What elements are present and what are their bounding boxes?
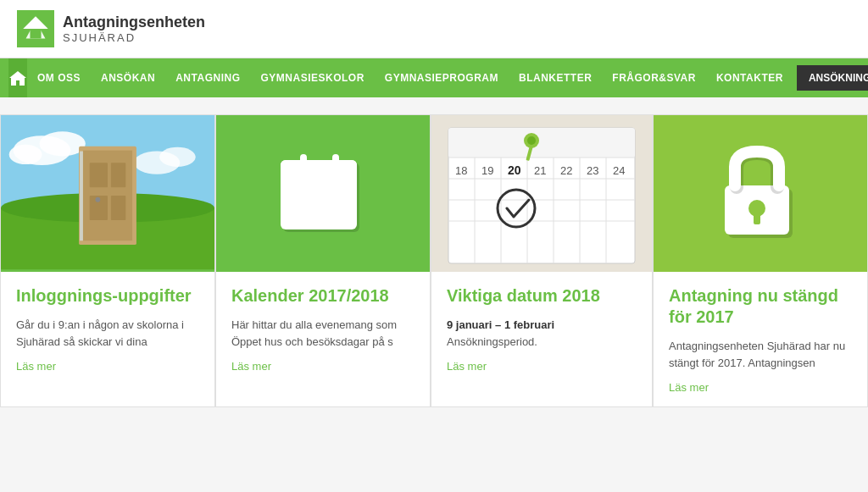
logo: Antagningsenheten SJUHÄRAD bbox=[17, 10, 205, 47]
card-image-kalender bbox=[216, 115, 430, 272]
nav-item-antagning[interactable]: ANTAGNING bbox=[165, 58, 250, 97]
svg-rect-22 bbox=[80, 152, 83, 241]
svg-rect-27 bbox=[300, 154, 307, 168]
svg-rect-17 bbox=[90, 163, 108, 187]
svg-rect-29 bbox=[290, 188, 300, 198]
svg-text:19: 19 bbox=[481, 164, 493, 177]
card-body-inloggning: Inloggnings-uppgifter Går du i 9:an i nå… bbox=[1, 272, 214, 385]
svg-point-21 bbox=[95, 197, 100, 202]
nav-item-blanketter[interactable]: BLANKETTER bbox=[509, 58, 602, 97]
svg-rect-19 bbox=[111, 163, 125, 187]
svg-rect-35 bbox=[320, 203, 331, 213]
card-link-kalender[interactable]: Läs mer bbox=[231, 360, 271, 373]
card-kalender: Kalender 2017/2018 Här hittar du alla ev… bbox=[215, 114, 431, 407]
card-text-inloggning: Går du i 9:an i någon av skolorna i Sjuh… bbox=[16, 317, 199, 350]
card-subtext: Ansökningsperiod. bbox=[447, 335, 537, 348]
svg-rect-39 bbox=[320, 218, 331, 225]
svg-rect-31 bbox=[320, 188, 331, 198]
section-gap bbox=[0, 97, 868, 114]
svg-marker-4 bbox=[9, 71, 26, 86]
svg-rect-20 bbox=[111, 196, 125, 220]
card-text-antagning-stangd: Antagningsenheten Sjuhärad har nu stängt… bbox=[669, 338, 852, 371]
card-image-inloggning bbox=[1, 115, 214, 272]
nav-item-fragor-svar[interactable]: FRÅGOR&SVAR bbox=[602, 58, 706, 97]
navbar: OM OSS ANSÖKAN ANTAGNING GYMNASIESKOLOR … bbox=[0, 58, 868, 97]
card-text-viktiga-datum: 9 januari – 1 februari Ansökningsperiod. bbox=[447, 317, 637, 350]
svg-text:21: 21 bbox=[534, 164, 546, 177]
svg-text:23: 23 bbox=[587, 164, 598, 177]
card-body-kalender: Kalender 2017/2018 Här hittar du alla ev… bbox=[216, 272, 430, 385]
card-image-antagning-stangd bbox=[654, 115, 867, 272]
svg-rect-38 bbox=[305, 218, 315, 225]
card-title-antagning-stangd: Antagning nu stängd för 2017 bbox=[669, 285, 852, 328]
logo-subtitle: SJUHÄRAD bbox=[63, 31, 205, 44]
card-link-antagning-stangd[interactable]: Läs mer bbox=[669, 381, 709, 394]
home-button[interactable] bbox=[8, 58, 27, 97]
svg-text:24: 24 bbox=[613, 164, 625, 177]
logo-icon bbox=[17, 10, 54, 47]
card-title-kalender: Kalender 2017/2018 bbox=[231, 285, 415, 307]
svg-text:22: 22 bbox=[560, 164, 572, 177]
svg-rect-26 bbox=[281, 170, 357, 179]
card-link-viktiga-datum[interactable]: Läs mer bbox=[447, 360, 487, 373]
logo-text: Antagningsenheten SJUHÄRAD bbox=[63, 14, 205, 45]
header: Antagningsenheten SJUHÄRAD bbox=[0, 0, 868, 58]
card-date: 9 januari – 1 februari bbox=[447, 318, 554, 331]
card-title-viktiga-datum: Viktiga datum 2018 bbox=[447, 285, 637, 307]
card-image-viktiga-datum: 18 19 20 21 22 23 24 bbox=[431, 115, 652, 272]
nav-item-gymnasieskolor[interactable]: GYMNASIESKOLOR bbox=[250, 58, 374, 97]
svg-rect-67 bbox=[754, 213, 760, 224]
card-viktiga-datum: 18 19 20 21 22 23 24 Viktiga datum 2018 … bbox=[431, 114, 653, 407]
svg-rect-32 bbox=[336, 188, 346, 198]
svg-rect-36 bbox=[336, 203, 346, 213]
svg-rect-33 bbox=[290, 203, 300, 213]
card-title-inloggning: Inloggnings-uppgifter bbox=[16, 285, 199, 307]
card-body-antagning-stangd: Antagning nu stängd för 2017 Antagningse… bbox=[654, 272, 867, 406]
cards-container: Inloggnings-uppgifter Går du i 9:an i nå… bbox=[0, 114, 868, 407]
card-inloggning: Inloggnings-uppgifter Går du i 9:an i nå… bbox=[0, 114, 215, 407]
svg-rect-34 bbox=[305, 203, 315, 213]
nav-menu: OM OSS ANSÖKAN ANTAGNING GYMNASIESKOLOR … bbox=[27, 58, 793, 97]
svg-point-12 bbox=[159, 147, 196, 167]
svg-point-10 bbox=[9, 145, 42, 164]
svg-point-61 bbox=[527, 136, 536, 145]
svg-text:20: 20 bbox=[508, 163, 521, 177]
nav-item-gymnasieprogram[interactable]: GYMNASIEPROGRAM bbox=[375, 58, 509, 97]
svg-rect-28 bbox=[332, 154, 339, 168]
svg-rect-30 bbox=[305, 188, 315, 198]
nav-item-kontakter[interactable]: KONTAKTER bbox=[706, 58, 793, 97]
svg-point-9 bbox=[40, 131, 86, 156]
logo-title: Antagningsenheten bbox=[63, 14, 205, 32]
card-text-kalender: Här hittar du alla evenemang som Öppet h… bbox=[231, 317, 415, 350]
svg-rect-2 bbox=[30, 27, 41, 38]
nav-item-om-oss[interactable]: OM OSS bbox=[27, 58, 91, 97]
ansokningswebb-button[interactable]: ANSÖKNINGSWEBB bbox=[797, 65, 868, 91]
svg-rect-42 bbox=[448, 128, 635, 158]
card-link-inloggning[interactable]: Läs mer bbox=[16, 360, 56, 373]
card-antagning-stangd: Antagning nu stängd för 2017 Antagningse… bbox=[653, 114, 868, 407]
svg-rect-37 bbox=[290, 218, 300, 225]
card-body-viktiga-datum: Viktiga datum 2018 9 januari – 1 februar… bbox=[431, 272, 652, 385]
svg-text:18: 18 bbox=[455, 164, 467, 177]
nav-item-ansokan[interactable]: ANSÖKAN bbox=[91, 58, 165, 97]
